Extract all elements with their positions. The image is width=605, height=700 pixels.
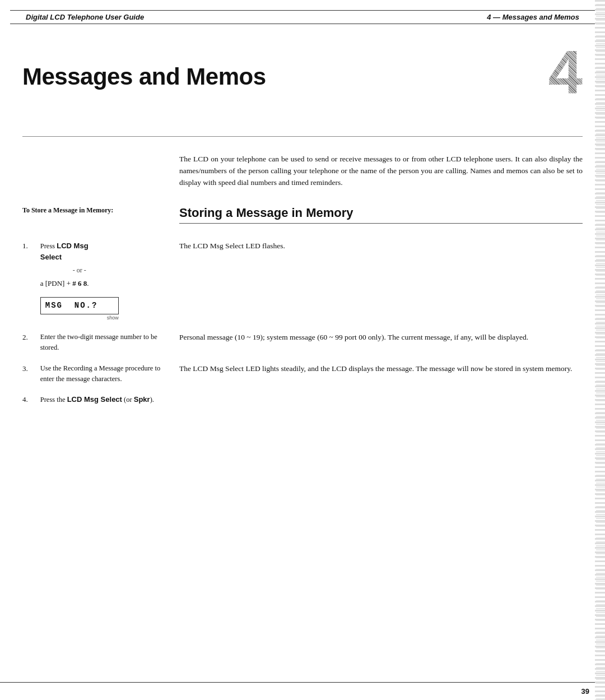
header-left-text: Digital LCD Telephone User Guide — [26, 13, 144, 21]
step-2-content: Enter the two-digit message number to be… — [40, 332, 168, 353]
header-right-text: 4 — Messages and Memos — [487, 13, 579, 21]
step-2-number: 2. — [22, 332, 28, 353]
step-1-lcd-wrapper: MSG NO.? show — [40, 294, 119, 322]
step-1-right: The LCD Msg Select LED flashes. — [179, 240, 583, 322]
section-title: Storing a Message in Memory — [179, 206, 583, 224]
step-2-label: 2. Enter the two-digit message number to… — [22, 332, 168, 353]
step-3-left: 3. Use the Recording a Message procedure… — [22, 363, 168, 384]
step-4-or-text: (or — [122, 396, 134, 404]
step-3-label: 3. Use the Recording a Message procedure… — [22, 363, 168, 384]
step-3-content: Use the Recording a Message procedure to… — [40, 363, 168, 384]
chapter-title-row: Messages and Memos 4 — [22, 47, 583, 103]
step-4-number: 4. — [22, 394, 28, 405]
section-heading-row: To Store a Message in Memory: Storing a … — [22, 206, 583, 232]
step-2-left: 2. Enter the two-digit message number to… — [22, 332, 168, 353]
intro-text: The LCD on your telephone can be used to… — [179, 154, 583, 189]
step-1-press-text: Press — [40, 242, 57, 250]
chapter-separator — [22, 136, 583, 137]
step-4-press: Press the — [40, 396, 67, 404]
chapter-title: Messages and Memos — [22, 63, 266, 90]
step-3-right: The LCD Msg Select LED lights steadily, … — [179, 363, 583, 384]
intro-left-spacer — [22, 154, 168, 189]
chapter-number: 4 — [548, 41, 583, 103]
step-4-label: 4. Press the LCD Msg Select (or Spkr). — [22, 394, 168, 405]
step-4-key2: Spkr — [134, 395, 150, 404]
step-3-row: 3. Use the Recording a Message procedure… — [22, 363, 583, 384]
step-1-description: The LCD Msg Select LED flashes. — [179, 242, 285, 250]
step-1-row: 1. Press LCD MsgSelect - or - a [PDN] + … — [22, 240, 583, 322]
step-2-right: Personal message (10 ~ 19); system messa… — [179, 332, 583, 353]
step-1-or: - or - — [40, 265, 119, 275]
section-title-container: Storing a Message in Memory — [179, 206, 583, 232]
step-4-content: Press the LCD Msg Select (or Spkr). — [40, 394, 154, 405]
page: Digital LCD Telephone User Guide 4 — Mes… — [0, 0, 605, 700]
step-3-number: 3. — [22, 363, 28, 384]
step-1-number: 1. — [22, 240, 28, 322]
step-1-label: 1. Press LCD MsgSelect - or - a [PDN] + … — [22, 240, 168, 322]
lcd-display: MSG NO.? — [40, 297, 119, 314]
step-4-key1: LCD Msg Select — [67, 395, 122, 404]
step-1-pdn: a [PDN] + # 6 8. — [40, 278, 119, 289]
step-1-content: Press LCD MsgSelect - or - a [PDN] + # 6… — [40, 240, 119, 322]
step-2-text: Enter the two-digit message number to be… — [40, 333, 157, 351]
lcd-label: show — [40, 314, 119, 322]
step-1-left: 1. Press LCD MsgSelect - or - a [PDN] + … — [22, 240, 168, 322]
main-content: Messages and Memos 4 The LCD on your tel… — [0, 24, 605, 438]
page-number: 39 — [581, 687, 589, 696]
step-4-close-paren: ). — [150, 396, 154, 404]
sidebar-label: To Store a Message in Memory: — [22, 206, 168, 215]
decorative-border — [596, 0, 605, 700]
sidebar-label-container: To Store a Message in Memory: — [22, 206, 168, 232]
step-2-row: 2. Enter the two-digit message number to… — [22, 332, 583, 353]
step-4-left: 4. Press the LCD Msg Select (or Spkr). — [22, 394, 168, 405]
intro-section: The LCD on your telephone can be used to… — [22, 154, 583, 189]
footer: 39 — [0, 682, 605, 700]
step-4-row: 4. Press the LCD Msg Select (or Spkr). — [22, 394, 583, 405]
step-3-text: Use the Recording a Message procedure to… — [40, 364, 161, 383]
step-4-right — [179, 394, 583, 405]
header-bar: Digital LCD Telephone User Guide 4 — Mes… — [10, 10, 595, 24]
